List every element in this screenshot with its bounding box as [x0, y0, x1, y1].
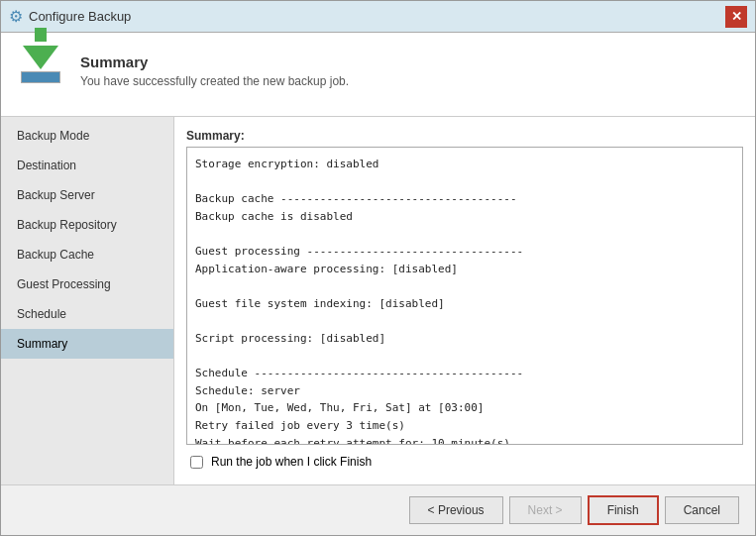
footer: < Previous Next > Finish Cancel	[1, 484, 755, 535]
main-window: ⚙ Configure Backup ✕ Summary You have su…	[0, 0, 756, 536]
arrow-stem	[35, 28, 47, 42]
arrow-down-icon	[23, 46, 58, 69]
header-title: Summary	[80, 54, 739, 70]
cancel-button[interactable]: Cancel	[665, 496, 739, 524]
sidebar-item-summary[interactable]: Summary	[1, 329, 173, 359]
header-area: Summary You have successfully created th…	[1, 33, 755, 117]
sidebar-item-destination[interactable]: Destination	[1, 151, 173, 180]
previous-button[interactable]: < Previous	[409, 496, 503, 524]
sidebar-item-backup-cache[interactable]: Backup Cache	[1, 240, 173, 269]
main-content: Backup Mode Destination Backup Server Ba…	[1, 117, 755, 484]
header-text: Summary You have successfully created th…	[80, 54, 739, 96]
sidebar-item-schedule[interactable]: Schedule	[1, 299, 173, 329]
sidebar: Backup Mode Destination Backup Server Ba…	[1, 117, 174, 484]
run-finish-checkbox[interactable]	[190, 456, 203, 469]
finish-button[interactable]: Finish	[588, 495, 659, 525]
sidebar-item-backup-mode[interactable]: Backup Mode	[1, 121, 173, 151]
header-subtitle: You have successfully created the new ba…	[80, 74, 739, 88]
sidebar-item-backup-repository[interactable]: Backup Repository	[1, 210, 173, 240]
header-icon-container	[17, 51, 64, 98]
run-finish-label[interactable]: Run the job when I click Finish	[211, 455, 372, 469]
next-button[interactable]: Next >	[509, 496, 582, 524]
summary-label: Summary:	[186, 129, 743, 143]
summary-text: Storage encryption: disabled Backup cach…	[195, 156, 734, 445]
gear-icon: ⚙	[9, 7, 23, 26]
title-bar: ⚙ Configure Backup ✕	[1, 1, 755, 33]
sidebar-item-guest-processing[interactable]: Guest Processing	[1, 269, 173, 299]
content-area: Summary: Storage encryption: disabled Ba…	[174, 117, 755, 484]
sidebar-item-backup-server[interactable]: Backup Server	[1, 180, 173, 210]
checkbox-row: Run the job when I click Finish	[186, 445, 743, 473]
close-button[interactable]: ✕	[725, 6, 747, 28]
summary-scroll[interactable]: Storage encryption: disabled Backup cach…	[186, 147, 743, 445]
window-title: Configure Backup	[29, 9, 131, 24]
title-bar-left: ⚙ Configure Backup	[9, 7, 131, 26]
